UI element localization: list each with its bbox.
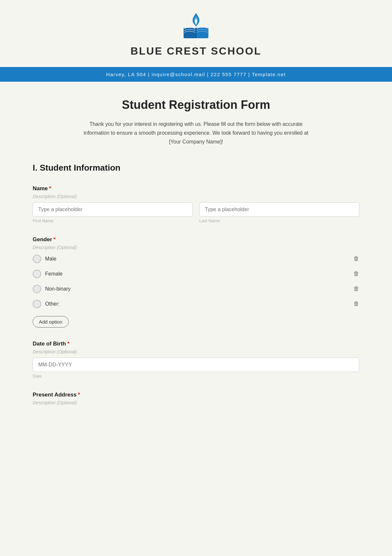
- delete-nonbinary-icon[interactable]: 🗑: [353, 285, 359, 292]
- dob-field-block: Date of Birth* Description (Optional) Da…: [33, 341, 359, 379]
- radio-other-label: Other:: [45, 301, 59, 307]
- gender-option-other: Other: 🗑: [33, 298, 359, 310]
- name-description: Description (Optional): [33, 194, 359, 199]
- name-field-block: Name* Description (Optional) First Name …: [33, 185, 359, 223]
- logo-container: BLUE CREST SCHOOL: [130, 10, 261, 57]
- radio-male[interactable]: [33, 255, 41, 263]
- dob-label: Date of Birth*: [33, 341, 359, 347]
- gender-description: Description (Optional): [33, 245, 359, 250]
- radio-female-label: Female: [45, 271, 62, 277]
- school-logo-icon: [180, 10, 212, 42]
- address-description: Description (Optional): [33, 400, 359, 405]
- add-option-button[interactable]: Add option: [33, 316, 69, 328]
- gender-label: Gender*: [33, 236, 359, 243]
- form-description: Thank you for your interest in registeri…: [78, 120, 314, 146]
- delete-other-icon[interactable]: 🗑: [353, 300, 359, 307]
- last-name-input[interactable]: [199, 202, 359, 217]
- radio-nonbinary[interactable]: [33, 285, 41, 293]
- contact-bar: Harvey, LA 504 | inquire@school.mail | 2…: [0, 67, 392, 82]
- first-name-col: First Name: [33, 202, 193, 223]
- main-content: Student Registration Form Thank you for …: [0, 82, 392, 435]
- first-name-sublabel: First Name: [33, 218, 193, 223]
- delete-female-icon[interactable]: 🗑: [353, 270, 359, 277]
- gender-field-block: Gender* Description (Optional) Male 🗑 Fe…: [33, 236, 359, 328]
- address-field-block: Present Address* Description (Optional): [33, 392, 359, 405]
- address-label: Present Address*: [33, 392, 359, 398]
- last-name-col: Last Name: [199, 202, 359, 223]
- radio-male-label: Male: [45, 256, 57, 262]
- dob-input[interactable]: [33, 358, 359, 372]
- gender-option-female: Female 🗑: [33, 268, 359, 279]
- first-name-input[interactable]: [33, 202, 193, 217]
- radio-other[interactable]: [33, 300, 41, 308]
- radio-nonbinary-label: Non-binary: [45, 286, 71, 292]
- name-label: Name*: [33, 185, 359, 192]
- page-header: BLUE CREST SCHOOL: [0, 0, 392, 67]
- last-name-sublabel: Last Name: [199, 218, 359, 223]
- add-option-label: Add option: [39, 319, 62, 325]
- gender-option-nonbinary: Non-binary 🗑: [33, 283, 359, 295]
- radio-female[interactable]: [33, 270, 41, 278]
- name-row: First Name Last Name: [33, 202, 359, 223]
- section1-title: I. Student Information: [33, 163, 359, 176]
- dob-sublabel: Date: [33, 374, 359, 379]
- gender-option-male: Male 🗑: [33, 253, 359, 264]
- form-title: Student Registration Form: [33, 98, 359, 112]
- dob-description: Description (Optional): [33, 349, 359, 354]
- school-name: BLUE CREST SCHOOL: [130, 45, 261, 57]
- delete-male-icon[interactable]: 🗑: [353, 255, 359, 262]
